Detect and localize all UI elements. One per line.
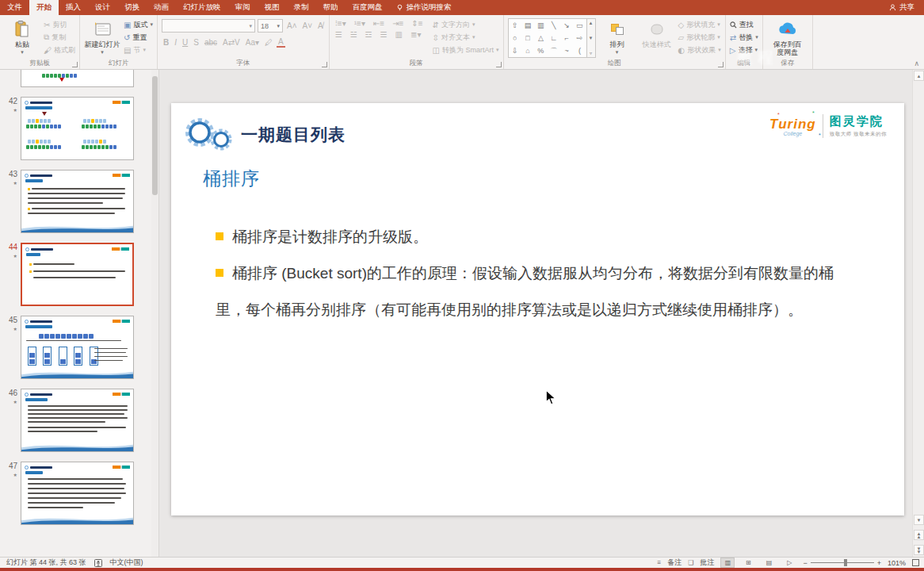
grow-font-button[interactable]: A˄ bbox=[285, 21, 299, 30]
previous-slide-button[interactable]: ▲▲ bbox=[914, 530, 924, 540]
share-button[interactable]: 共享 bbox=[899, 2, 914, 13]
bold-button[interactable]: B bbox=[162, 38, 170, 47]
tab-review[interactable]: 审阅 bbox=[228, 0, 258, 15]
find-button[interactable]: 查找 bbox=[730, 18, 758, 31]
paragraph-dialog-launcher[interactable] bbox=[496, 62, 502, 67]
text-direction-button[interactable]: ⇵文字方向▾ bbox=[433, 18, 499, 31]
tab-design[interactable]: 设计 bbox=[88, 0, 117, 15]
font-dialog-launcher[interactable] bbox=[322, 62, 327, 67]
font-name-combo[interactable]: ▾ bbox=[162, 19, 255, 33]
thumbnail-slide-44-selected[interactable]: 44★ bbox=[2, 243, 158, 306]
tab-animations[interactable]: 动画 bbox=[147, 0, 176, 15]
zoom-out-button[interactable]: − bbox=[803, 559, 807, 567]
clear-formatting-button[interactable]: A̸ bbox=[316, 21, 325, 30]
slide-area-scrollbar[interactable]: ▲ ▼ ▲▲ ▼▼ bbox=[912, 70, 924, 557]
save-group-label: 保存 bbox=[763, 59, 812, 68]
change-case-button[interactable]: Aa▾ bbox=[244, 38, 261, 47]
copy-button[interactable]: ⧉复制 bbox=[44, 31, 75, 44]
shadow-button[interactable]: S bbox=[192, 38, 200, 47]
select-button[interactable]: ▷选择▾ bbox=[730, 44, 758, 56]
tab-baidu-netdisk[interactable]: 百度网盘 bbox=[346, 0, 390, 15]
italic-button[interactable]: I bbox=[173, 38, 178, 47]
thumbnail-slide-45[interactable]: 45★ bbox=[2, 316, 158, 379]
reset-button[interactable]: ↺重置 bbox=[124, 31, 153, 44]
drawing-dialog-launcher[interactable] bbox=[718, 62, 724, 67]
tab-record[interactable]: 录制 bbox=[287, 0, 316, 15]
font-size-combo[interactable]: 18▾ bbox=[258, 19, 283, 33]
zoom-level-label[interactable]: 101% bbox=[888, 559, 906, 567]
increase-indent-button[interactable]: ⇥≡ bbox=[391, 19, 405, 28]
tab-help[interactable]: 帮助 bbox=[316, 0, 346, 15]
strikethrough-button[interactable]: abc bbox=[203, 38, 219, 47]
scroll-up-button[interactable]: ▲ bbox=[914, 71, 924, 81]
thumbnail-slide-47[interactable]: 47★ bbox=[2, 462, 158, 525]
line-spacing-button[interactable]: ⇕≡ bbox=[410, 19, 424, 28]
section-button[interactable]: ▤节▾ bbox=[124, 44, 153, 56]
justify-button[interactable]: ☰ bbox=[379, 30, 389, 39]
next-slide-button[interactable]: ▼▼ bbox=[914, 545, 924, 555]
shapes-gallery[interactable]: ⇧▤▥╲↘▭ ○□△∟⌐⇨ ⇩⌂%⌒~( bbox=[508, 18, 587, 58]
slide-sorter-view-button[interactable]: ⊞ bbox=[741, 558, 755, 568]
font-color-button[interactable]: A bbox=[277, 37, 285, 48]
comments-button[interactable]: 批注 bbox=[700, 558, 714, 568]
bullets-button[interactable]: ⁝≡▾ bbox=[334, 19, 348, 28]
normal-view-button[interactable]: ▥ bbox=[720, 558, 735, 568]
tab-view[interactable]: 视图 bbox=[258, 0, 287, 15]
language-status[interactable]: 中文(中国) bbox=[110, 558, 143, 568]
paste-button[interactable]: 粘贴 ▾ bbox=[4, 18, 40, 59]
thumbnail-slide-42[interactable]: 42★ bbox=[2, 97, 158, 160]
shrink-font-button[interactable]: A˅ bbox=[300, 21, 314, 30]
distribute-button[interactable]: ≣▾ bbox=[409, 30, 422, 39]
columns-button[interactable]: ▥ bbox=[394, 30, 404, 39]
align-text-button[interactable]: ⇳对齐文本▾ bbox=[433, 31, 499, 44]
reading-view-button[interactable]: ▤ bbox=[762, 558, 776, 568]
editing-group-label: 编辑 bbox=[726, 59, 762, 68]
save-to-baidu-button[interactable]: 保存到百度网盘 bbox=[767, 18, 808, 59]
tab-home[interactable]: 开始 bbox=[29, 0, 59, 15]
cut-button[interactable]: ✂剪切 bbox=[44, 18, 75, 31]
fit-slide-to-window-button[interactable] bbox=[912, 559, 919, 566]
thumbnail-slide-41-partial[interactable] bbox=[2, 70, 158, 87]
shape-fill-button[interactable]: ◇形状填充▾ bbox=[678, 18, 721, 31]
numbering-button[interactable]: ¹≡▾ bbox=[353, 19, 367, 28]
collapse-ribbon-button[interactable]: ∧ bbox=[914, 59, 919, 67]
zoom-slider-thumb[interactable] bbox=[844, 559, 847, 566]
tab-file[interactable]: 文件 bbox=[0, 0, 29, 15]
tab-insert[interactable]: 插入 bbox=[59, 0, 88, 15]
thumbnail-slide-46[interactable]: 46★ bbox=[2, 389, 158, 452]
convert-smartart-button[interactable]: ◫转换为 SmartArt▾ bbox=[433, 44, 499, 56]
format-painter-button[interactable]: 🖌格式刷 bbox=[44, 44, 75, 56]
quick-styles-button[interactable]: 快速样式 bbox=[639, 18, 675, 59]
arrange-button[interactable]: 排列 ▾ bbox=[599, 18, 636, 59]
highlight-color-button[interactable]: 🖊 bbox=[263, 38, 274, 47]
underline-button[interactable]: U bbox=[181, 38, 189, 47]
animation-star-icon: ★ bbox=[2, 472, 17, 477]
align-right-button[interactable]: ☲ bbox=[364, 30, 374, 39]
thumbnail-panel-scrollbar[interactable] bbox=[151, 70, 158, 557]
replace-button[interactable]: ⇄替换▾ bbox=[730, 31, 758, 44]
tell-me-search[interactable]: 操作说明搜索 bbox=[390, 0, 458, 15]
shape-effects-button[interactable]: ◐形状效果▾ bbox=[678, 44, 721, 56]
accessibility-checker-icon[interactable] bbox=[94, 559, 102, 567]
scroll-down-button[interactable]: ▼ bbox=[914, 515, 924, 525]
notes-button[interactable]: 备注 bbox=[667, 558, 682, 568]
tab-transitions[interactable]: 切换 bbox=[117, 0, 147, 15]
new-slide-button[interactable]: 新建幻灯片 ▾ bbox=[84, 18, 120, 59]
tab-slideshow[interactable]: 幻灯片放映 bbox=[176, 0, 228, 15]
current-slide-canvas[interactable]: 一期题目列表 * * * Turing College 图灵学院 致敬大师 致敬… bbox=[171, 103, 904, 515]
clipboard-dialog-launcher[interactable] bbox=[72, 62, 78, 67]
slideshow-button[interactable]: ▷ bbox=[782, 558, 796, 568]
animation-star-icon: ★ bbox=[2, 107, 17, 113]
new-slide-dropdown-arrow[interactable]: ▾ bbox=[101, 48, 104, 56]
layout-button[interactable]: ▣版式▾ bbox=[124, 18, 153, 31]
decrease-indent-button[interactable]: ⇤≡ bbox=[372, 19, 386, 28]
align-center-button[interactable]: ☱ bbox=[349, 30, 359, 39]
align-left-button[interactable]: ☰ bbox=[334, 30, 344, 39]
shape-outline-button[interactable]: ▱形状轮廓▾ bbox=[678, 31, 721, 44]
zoom-slider-track[interactable] bbox=[811, 562, 874, 563]
char-spacing-button[interactable]: A⇄V bbox=[221, 38, 242, 47]
shapes-gallery-scroll[interactable]: ▲▼▿ bbox=[587, 18, 596, 58]
paste-dropdown-arrow[interactable]: ▾ bbox=[21, 48, 24, 56]
thumbnail-slide-43[interactable]: 43★ bbox=[2, 170, 158, 233]
zoom-in-button[interactable]: + bbox=[877, 559, 881, 567]
